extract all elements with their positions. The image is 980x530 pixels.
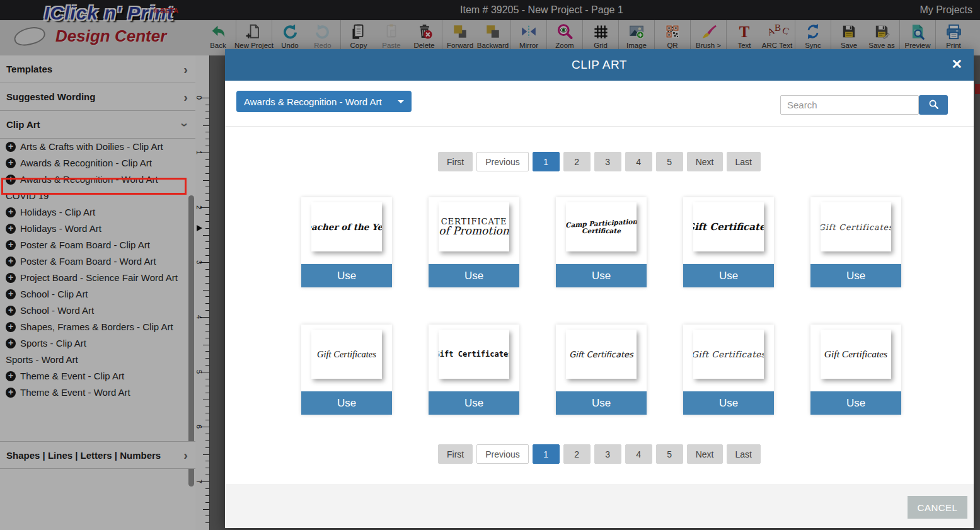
- page-button-last[interactable]: Last: [727, 152, 761, 171]
- page-button-4[interactable]: 4: [625, 152, 652, 171]
- clip-art-card: Gift CertificatesUse: [556, 325, 647, 415]
- word-art-text: Gift Certificates: [821, 222, 891, 232]
- use-button[interactable]: Use: [301, 391, 392, 415]
- clip-art-card: Gift CertificatesUse: [301, 325, 392, 415]
- category-dropdown-value: Awards & Recognition - Word Art: [244, 96, 393, 107]
- modal-footer: CANCEL: [225, 484, 974, 528]
- clip-art-thumbnail[interactable]: Gift Certificates: [566, 330, 637, 379]
- search-icon: [928, 99, 939, 112]
- word-art-text: Gift Certificates: [317, 349, 376, 360]
- clip-art-thumbnail[interactable]: Teacher of the Year: [311, 202, 382, 251]
- close-icon[interactable]: ✕: [951, 57, 962, 72]
- clip-art-card: Gift CertificatesUse: [810, 325, 901, 415]
- cancel-button[interactable]: CANCEL: [908, 496, 967, 519]
- use-button[interactable]: Use: [683, 391, 774, 415]
- clip-art-card: Teacher of the YearUse: [301, 197, 392, 287]
- page-button-3[interactable]: 3: [594, 152, 621, 171]
- use-button[interactable]: Use: [683, 264, 774, 287]
- clip-art-modal: CLIP ART ✕ Awards & Recognition - Word A…: [225, 49, 974, 528]
- clip-art-card: Gift CertificatesUse: [810, 197, 901, 287]
- caret-down-icon: [398, 100, 404, 103]
- use-button[interactable]: Use: [810, 264, 901, 287]
- page-button-next[interactable]: Next: [687, 444, 723, 464]
- page-button-next[interactable]: Next: [687, 152, 723, 171]
- divider: [225, 126, 974, 127]
- word-art-text: Gift Certificates: [439, 350, 509, 359]
- page-button-3[interactable]: 3: [594, 444, 621, 464]
- use-button[interactable]: Use: [556, 391, 647, 415]
- use-button[interactable]: Use: [556, 264, 647, 287]
- page-button-5[interactable]: 5: [656, 152, 683, 171]
- word-art-text: Certificate: [582, 227, 621, 234]
- word-art-text: Gift Certificates: [569, 350, 633, 359]
- page-button-first[interactable]: First: [438, 152, 473, 171]
- clip-art-thumbnail[interactable]: Gift Certificates: [821, 330, 891, 379]
- page-button-2[interactable]: 2: [563, 444, 591, 464]
- word-art-text: Gift Certificates: [693, 349, 764, 359]
- use-button[interactable]: Use: [429, 391, 519, 415]
- pagination-top: FirstPrevious12345NextLast: [225, 152, 974, 171]
- modal-header: CLIP ART ✕: [225, 49, 974, 81]
- clip-art-card: Gift CertificatesUse: [429, 325, 519, 415]
- pagination-bottom: FirstPrevious12345NextLast: [225, 444, 974, 464]
- search-input[interactable]: [780, 95, 919, 115]
- page-button-previous[interactable]: Previous: [476, 444, 528, 464]
- use-button[interactable]: Use: [429, 264, 519, 287]
- page-button-previous[interactable]: Previous: [476, 152, 528, 171]
- word-art-text: Gift Certificates: [824, 349, 887, 360]
- word-art-text: of Promotion: [439, 224, 509, 237]
- page-button-5[interactable]: 5: [656, 444, 683, 464]
- clip-art-card: Gift CertificatesUse: [683, 325, 774, 415]
- modal-title: CLIP ART: [225, 58, 974, 72]
- clip-art-thumbnail[interactable]: Gift Certificates: [821, 202, 891, 251]
- clip-art-card: Gift CertificatesUse: [683, 197, 774, 287]
- use-button[interactable]: Use: [301, 264, 392, 287]
- clip-art-thumbnail[interactable]: Camp ParticipationCertificate: [566, 202, 637, 251]
- page-button-first[interactable]: First: [438, 444, 473, 464]
- page-button-last[interactable]: Last: [727, 444, 761, 464]
- word-art-text: Gift Certificates: [693, 221, 764, 233]
- clip-art-thumbnail[interactable]: Gift Certificates: [693, 330, 764, 379]
- page-button-4[interactable]: 4: [625, 444, 652, 464]
- use-button[interactable]: Use: [810, 391, 901, 415]
- clip-art-card: CERTIFICATEof PromotionUse: [429, 197, 519, 287]
- category-dropdown[interactable]: Awards & Recognition - Word Art: [236, 91, 412, 112]
- page-button-2[interactable]: 2: [563, 152, 591, 171]
- clip-art-thumbnail[interactable]: Gift Certificates: [439, 330, 509, 379]
- clip-art-thumbnail[interactable]: Gift Certificates: [311, 330, 382, 379]
- search-button[interactable]: [919, 95, 948, 115]
- clip-art-thumbnail[interactable]: Gift Certificates: [693, 202, 764, 251]
- clip-art-thumbnail[interactable]: CERTIFICATEof Promotion: [439, 202, 509, 251]
- page-button-1[interactable]: 1: [533, 152, 560, 171]
- word-art-text: Teacher of the Year: [311, 222, 382, 232]
- clip-art-card: Camp ParticipationCertificateUse: [556, 197, 647, 287]
- page-button-1[interactable]: 1: [533, 444, 560, 464]
